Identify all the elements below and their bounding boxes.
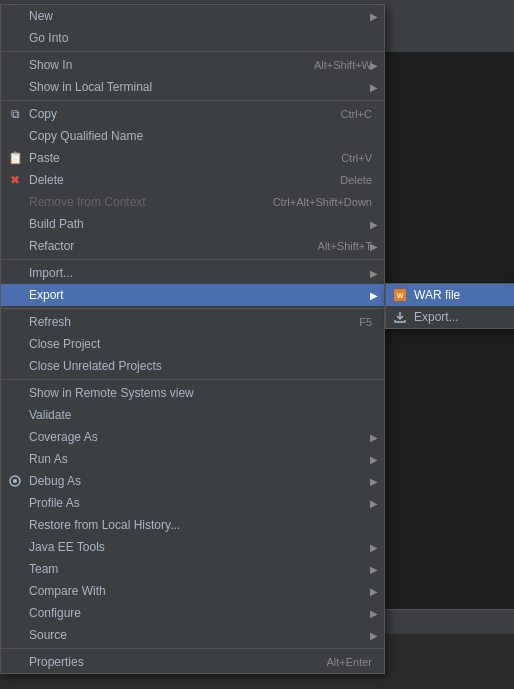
arrow-icon: ▶	[370, 608, 378, 619]
menu-item-coverage-as[interactable]: Coverage As ▶	[1, 426, 384, 448]
menu-item-copy-qualified[interactable]: Copy Qualified Name	[1, 125, 384, 147]
submenu-item-export-dots[interactable]: Export...	[386, 306, 514, 328]
menu-item-refactor[interactable]: Refactor Alt+Shift+T ▶	[1, 235, 384, 257]
menu-item-show-local-terminal[interactable]: Show in Local Terminal ▶	[1, 76, 384, 98]
menu-item-configure[interactable]: Configure ▶	[1, 602, 384, 624]
arrow-icon: ▶	[370, 454, 378, 465]
menu-item-delete[interactable]: ✖ Delete Delete	[1, 169, 384, 191]
paste-icon: 📋	[7, 150, 23, 166]
context-menu-overlay: New ▶ Go Into Show In Alt+Shift+W ▶ Show…	[0, 0, 514, 689]
arrow-icon: ▶	[370, 498, 378, 509]
arrow-icon: ▶	[370, 241, 378, 252]
menu-item-copy[interactable]: ⧉ Copy Ctrl+C	[1, 103, 384, 125]
arrow-icon: ▶	[370, 586, 378, 597]
war-icon: W	[392, 287, 408, 303]
menu-item-close-project[interactable]: Close Project	[1, 333, 384, 355]
arrow-icon: ▶	[370, 268, 378, 279]
separator	[1, 308, 384, 309]
submenu-item-war-file[interactable]: W WAR file	[386, 284, 514, 306]
svg-point-3	[13, 479, 17, 483]
menu-item-build-path[interactable]: Build Path ▶	[1, 213, 384, 235]
svg-text:W: W	[397, 292, 404, 299]
menu-item-refresh[interactable]: Refresh F5	[1, 311, 384, 333]
menu-item-properties[interactable]: Properties Alt+Enter	[1, 651, 384, 673]
debug-icon	[7, 473, 23, 489]
menu-item-java-ee[interactable]: Java EE Tools ▶	[1, 536, 384, 558]
arrow-icon: ▶	[370, 542, 378, 553]
arrow-icon: ▶	[370, 11, 378, 22]
export-submenu: W WAR file Export...	[385, 283, 514, 329]
menu-item-show-in[interactable]: Show In Alt+Shift+W ▶	[1, 54, 384, 76]
menu-item-paste[interactable]: 📋 Paste Ctrl+V	[1, 147, 384, 169]
copy-icon: ⧉	[7, 106, 23, 122]
delete-icon: ✖	[7, 172, 23, 188]
context-menu: New ▶ Go Into Show In Alt+Shift+W ▶ Show…	[0, 4, 385, 674]
menu-item-source[interactable]: Source ▶	[1, 624, 384, 646]
menu-item-debug-as[interactable]: Debug As ▶	[1, 470, 384, 492]
separator	[1, 379, 384, 380]
menu-item-run-as[interactable]: Run As ▶	[1, 448, 384, 470]
arrow-icon: ▶	[370, 630, 378, 641]
menu-item-remove-context: Remove from Context Ctrl+Alt+Shift+Down	[1, 191, 384, 213]
arrow-icon: ▶	[370, 290, 378, 301]
menu-item-team[interactable]: Team ▶	[1, 558, 384, 580]
menu-item-go-into[interactable]: Go Into	[1, 27, 384, 49]
arrow-icon: ▶	[370, 219, 378, 230]
menu-item-restore-local[interactable]: Restore from Local History...	[1, 514, 384, 536]
menu-item-validate[interactable]: Validate	[1, 404, 384, 426]
arrow-icon: ▶	[370, 432, 378, 443]
separator	[1, 259, 384, 260]
arrow-icon: ▶	[370, 82, 378, 93]
menu-item-import[interactable]: Import... ▶	[1, 262, 384, 284]
export-icon	[392, 309, 408, 325]
arrow-icon: ▶	[370, 476, 378, 487]
arrow-icon: ▶	[370, 564, 378, 575]
menu-item-new[interactable]: New ▶	[1, 5, 384, 27]
separator	[1, 648, 384, 649]
menu-item-profile-as[interactable]: Profile As ▶	[1, 492, 384, 514]
separator	[1, 100, 384, 101]
menu-item-export[interactable]: Export ▶ W WAR file	[1, 284, 384, 306]
menu-item-close-unrelated[interactable]: Close Unrelated Projects	[1, 355, 384, 377]
arrow-icon: ▶	[370, 60, 378, 71]
menu-item-show-remote[interactable]: Show in Remote Systems view	[1, 382, 384, 404]
menu-item-compare-with[interactable]: Compare With ▶	[1, 580, 384, 602]
separator	[1, 51, 384, 52]
